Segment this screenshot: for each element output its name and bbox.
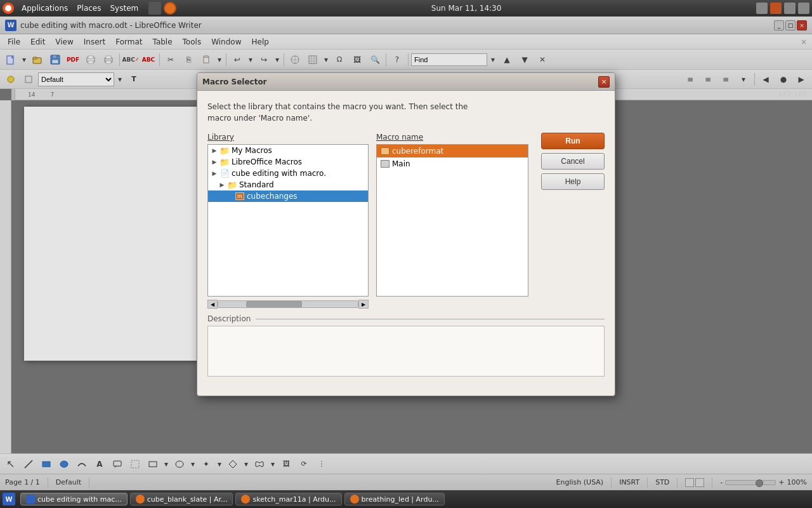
dialog-description: Select the library that contains the mac…	[207, 101, 605, 124]
dialog-overlay: Macro Selector × Select the library that…	[0, 17, 812, 490]
taskbar-item-cube-editing[interactable]: cube editing with mac...	[20, 493, 128, 505]
firefox-icon[interactable]	[164, 2, 176, 15]
taskbar-icon-sketch	[241, 495, 250, 504]
terminal-icon[interactable]	[148, 2, 161, 15]
dialog-panels-container: Library 📁 My Macros 📁	[207, 133, 605, 309]
top-panel-left: Applications Places System	[3, 2, 176, 15]
tree-item-cube-editing[interactable]: 📄 cube editing with macro.	[208, 168, 368, 179]
taskbar: W cube editing with mac... cube_blank_sl…	[0, 490, 812, 508]
macro-item-main[interactable]: Main	[377, 157, 528, 170]
library-scrollbar[interactable]: ◀ ▶	[207, 299, 369, 309]
tree-arrow-my-macros	[211, 147, 218, 154]
svg-point-0	[5, 5, 11, 11]
macro-list[interactable]: cubereformat Main	[376, 144, 528, 297]
top-panel: Applications Places System Sun Mar 11, 1…	[0, 0, 812, 17]
tree-item-lo-macros[interactable]: 📁 LibreOffice Macros	[208, 156, 368, 168]
dialog-close-button[interactable]: ×	[598, 76, 610, 88]
macro-selector-dialog: Macro Selector × Select the library that…	[197, 72, 615, 396]
dialog-title: Macro Selector	[202, 77, 267, 86]
macro-name-label: Macro name	[376, 133, 528, 142]
tray-icon-2[interactable]	[784, 3, 796, 14]
tray-icon-1[interactable]	[756, 3, 768, 14]
tree-arrow-lo-macros	[211, 158, 218, 166]
taskbar-item-breathing-led[interactable]: breathing_led | Ardu...	[344, 493, 445, 505]
system-tray	[756, 3, 809, 14]
taskbar-icon-cube-editing	[26, 495, 35, 504]
library-label: Library	[207, 133, 369, 142]
library-tree[interactable]: 📁 My Macros 📁 LibreOffice Macros	[207, 144, 369, 297]
taskbar-icon-cube-blank	[136, 495, 145, 504]
places-menu[interactable]: Places	[73, 3, 105, 14]
scroll-right-btn[interactable]: ▶	[358, 300, 369, 309]
taskbar-icon-breathing	[350, 495, 359, 504]
folder-icon-my-macros: 📁	[219, 146, 230, 155]
help-button[interactable]: Help	[541, 173, 605, 190]
tree-arrow-cube	[211, 170, 218, 177]
cancel-button[interactable]: Cancel	[541, 153, 605, 170]
dialog-titlebar: Macro Selector ×	[197, 73, 615, 91]
macro-icon-main	[381, 160, 390, 168]
taskbar-item-cube-blank[interactable]: cube_blank_slate | Ar...	[130, 493, 233, 505]
run-button[interactable]: Run	[541, 133, 605, 149]
datetime-display: Sun Mar 11, 14:30	[431, 4, 502, 13]
scroll-track[interactable]	[218, 300, 358, 308]
libreoffice-window: W cube editing with macro.odt - LibreOff…	[0, 17, 812, 508]
tray-icon-3[interactable]	[798, 3, 809, 14]
system-menu[interactable]: System	[106, 3, 142, 14]
tree-item-my-macros[interactable]: 📁 My Macros	[208, 145, 368, 156]
tree-arrow-cubechanges	[226, 192, 233, 200]
taskbar-lo-icon: W	[3, 493, 15, 505]
dialog-body: Select the library that contains the mac…	[197, 91, 615, 387]
macro-name-panel: Macro name cubereformat Main	[376, 133, 528, 309]
description-label: Description	[207, 314, 605, 323]
tree-arrow-standard	[218, 181, 226, 189]
tree-item-cubechanges[interactable]: m cubechanges	[208, 190, 368, 202]
macro-icon-cubereformat	[381, 147, 390, 155]
taskbar-item-sketch[interactable]: sketch_mar11a | Ardu...	[235, 493, 341, 505]
scroll-thumb	[246, 301, 302, 307]
library-panel: Library 📁 My Macros 📁	[207, 133, 369, 309]
doc-icon-cube: 📄	[219, 169, 230, 178]
tree-item-standard[interactable]: 📁 Standard	[208, 179, 368, 190]
folder-icon-standard: 📁	[227, 180, 237, 189]
power-icon[interactable]	[770, 3, 782, 14]
folder-icon-lo-macros: 📁	[219, 157, 230, 166]
description-text	[207, 326, 605, 377]
description-section: Description	[207, 314, 605, 377]
dialog-buttons: Run Cancel Help	[541, 133, 605, 309]
module-icon-cubechanges: m	[235, 192, 245, 201]
macro-item-cubereformat[interactable]: cubereformat	[377, 145, 528, 157]
ubuntu-icon[interactable]	[3, 3, 14, 14]
applications-menu[interactable]: Applications	[18, 3, 72, 14]
scroll-left-btn[interactable]: ◀	[207, 300, 218, 309]
